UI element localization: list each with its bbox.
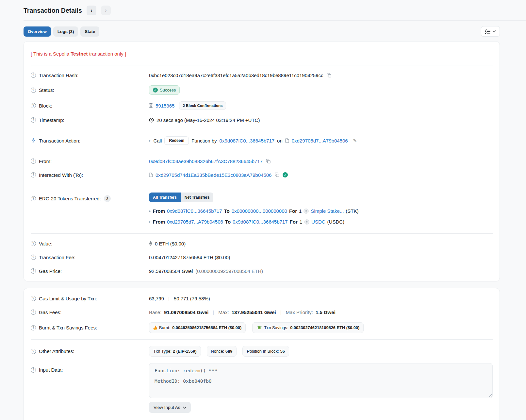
transfer-to-link[interactable]: 0x00000000...000000000 (232, 208, 287, 214)
transaction-hash-label: Transaction Hash: (39, 73, 78, 78)
nonce-label: Nonce: (211, 349, 224, 354)
clock-icon (149, 118, 154, 123)
gas-limit-value: 63,799 (149, 296, 164, 301)
help-icon[interactable]: ? (31, 325, 36, 330)
status-badge: ✓ Success (149, 85, 180, 95)
gas-price-label: Gas Price: (39, 268, 62, 274)
action-contract-link[interactable]: 0xd29705d7...A79b04506 (292, 138, 348, 143)
transaction-hash-value: 0xbc1e023c07d18ea9a7c2e6f331efc1a5a2a0b3… (149, 73, 323, 78)
caret-right-icon[interactable]: ▸ (149, 209, 151, 213)
caret-right-icon[interactable]: ▸ (149, 220, 151, 224)
nonce-value: 689 (225, 349, 232, 354)
help-icon[interactable]: ? (31, 255, 36, 260)
tab-state[interactable]: State (80, 26, 99, 37)
token-icon (304, 209, 309, 214)
fire-icon (153, 326, 157, 330)
transfer-from-link[interactable]: 0x9d087fC0...36645b717 (167, 208, 222, 214)
txn-type-value: 2 (EIP-1559) (173, 349, 197, 354)
copy-icon (327, 73, 331, 77)
from-row: ? From: 0x9d087fC03ae39b088326b67fA3C788… (31, 154, 493, 168)
position-in-block-value: 56 (280, 349, 285, 354)
transfer-to-word: To (224, 208, 230, 214)
transfer-token-symbol: (USDC) (327, 219, 345, 225)
eth-icon (149, 241, 152, 246)
hourglass-icon (149, 103, 153, 108)
help-icon[interactable]: ? (31, 73, 36, 78)
chevron-down-icon (493, 30, 496, 32)
txn-savings-badge: Txn Savings: 0.002302746218109526 ETH ($… (252, 322, 364, 333)
burnt-fee-label: Burnt: (159, 325, 170, 330)
copy-to-button[interactable] (274, 172, 280, 178)
help-icon[interactable]: ? (31, 241, 36, 246)
copy-from-button[interactable] (265, 158, 271, 164)
chevron-down-icon (183, 407, 186, 409)
success-check-icon: ✓ (153, 88, 158, 92)
from-address-link[interactable]: 0x9d087fC03ae39b088326b67fA3C788236645b7… (149, 159, 263, 164)
tab-logs[interactable]: Logs (3) (53, 26, 78, 37)
value-label: Value: (39, 241, 52, 246)
interacted-with-label: Interacted With (To): (39, 172, 83, 178)
transfers-toggle-group: All Transfers Net Transfers (149, 193, 493, 202)
timestamp-value: 20 secs ago (May-16-2024 03:19:24 PM +UT… (156, 117, 260, 123)
transaction-fee-row: ? Transaction Fee: 0.004701242718756584 … (31, 250, 493, 264)
help-icon[interactable]: ? (31, 159, 36, 164)
transaction-fee-label: Transaction Fee: (39, 255, 75, 260)
txn-savings-value: 0.002302746218109526 ETH ($0.00) (290, 325, 359, 330)
edit-action-button[interactable]: ✎ (353, 137, 358, 144)
block-number-link[interactable]: 5915365 (156, 103, 174, 109)
input-data-box[interactable]: Function: redeem() *** MethodID: 0xbe040… (149, 363, 493, 398)
chevron-left-icon: ‹ (90, 8, 92, 13)
value-amount: 0 ETH ($0.00) (155, 241, 186, 246)
to-address-link[interactable]: 0xd29705d74d1Ea335bBede15E3c0803aA79b045… (156, 172, 271, 178)
divider (31, 339, 493, 340)
help-icon[interactable]: ? (31, 103, 36, 108)
overview-card: [ This is a Sepolia Testnet transaction … (24, 41, 500, 281)
action-method-badge: Redeem (164, 136, 189, 145)
transfer-token-link[interactable]: Simple Stake... (311, 208, 344, 214)
txn-type-label: Txn Type: (153, 349, 172, 354)
next-transaction-button[interactable]: › (101, 6, 111, 15)
copy-hash-button[interactable] (326, 72, 332, 78)
all-transfers-button[interactable]: All Transfers (149, 193, 181, 202)
previous-transaction-button[interactable]: ‹ (87, 6, 96, 15)
transfer-to-link[interactable]: 0x9d087fC0...36645b717 (233, 219, 288, 225)
gas-limit-row: ? Gas Limit & Usage by Txn: 63,799 | 50,… (31, 292, 493, 305)
help-icon[interactable]: ? (31, 367, 36, 373)
help-icon[interactable]: ? (31, 172, 36, 177)
burnt-fee-value: 0.004625086218756584 ETH ($0.00) (172, 325, 241, 330)
base-fee-label: Base: (149, 310, 161, 315)
transfer-from-word: From (153, 208, 165, 214)
tab-overview[interactable]: Overview (24, 26, 51, 37)
transfer-token-link[interactable]: USDC (311, 219, 325, 225)
view-input-as-button[interactable]: View Input As (149, 402, 191, 413)
txn-savings-label: Txn Savings: (264, 325, 288, 330)
display-options-button[interactable] (481, 26, 500, 37)
position-in-block-label: Position In Block: (247, 349, 279, 354)
timestamp-label: Timestamp: (39, 117, 64, 123)
help-icon[interactable]: ? (31, 268, 36, 274)
token-icon (304, 219, 309, 225)
transfer-from-link[interactable]: 0xd29705d7...A79b04506 (167, 219, 223, 225)
action-from-address-link[interactable]: 0x9d087fC0...36645b717 (220, 138, 274, 143)
nonce-badge: Nonce: 689 (207, 346, 237, 357)
help-icon[interactable]: ? (31, 296, 36, 301)
value-row: ? Value: 0 ETH ($0.00) (31, 237, 493, 250)
separator: | (167, 296, 171, 301)
action-call-word: Call (154, 138, 162, 143)
testnet-warning: [ This is a Sepolia Testnet transaction … (31, 45, 493, 62)
caret-right-icon[interactable]: ▸ (149, 139, 151, 143)
net-transfers-button[interactable]: Net Transfers (181, 193, 214, 202)
help-icon[interactable]: ? (31, 117, 36, 123)
view-input-as-label: View Input As (154, 405, 180, 410)
help-icon[interactable]: ? (31, 310, 36, 315)
transfer-amount: 1 (299, 208, 302, 214)
checklist-icon (485, 29, 490, 34)
help-icon[interactable]: ? (31, 349, 36, 354)
input-data-label: Input Data: (39, 367, 63, 373)
verified-contract-icon: ✓ (283, 172, 288, 177)
block-row: ? Block: 5915365 2 Block Confirmations (31, 98, 493, 113)
divider (31, 65, 493, 65)
help-icon[interactable]: ? (31, 196, 36, 201)
help-icon[interactable]: ? (31, 88, 36, 93)
transfer-from-word: From (153, 219, 165, 225)
